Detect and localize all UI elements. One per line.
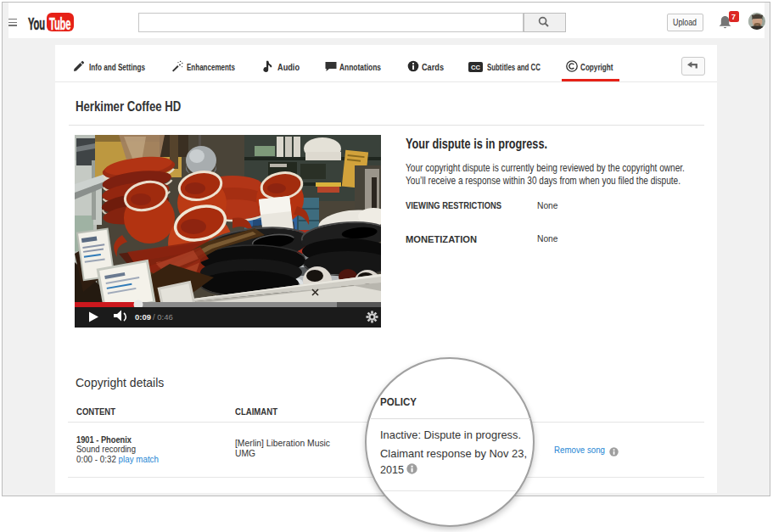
svg-text:/ 0:46: / 0:46 xyxy=(153,312,173,322)
svg-text:CC: CC xyxy=(471,64,480,71)
svg-text:0:09: 0:09 xyxy=(135,312,151,322)
